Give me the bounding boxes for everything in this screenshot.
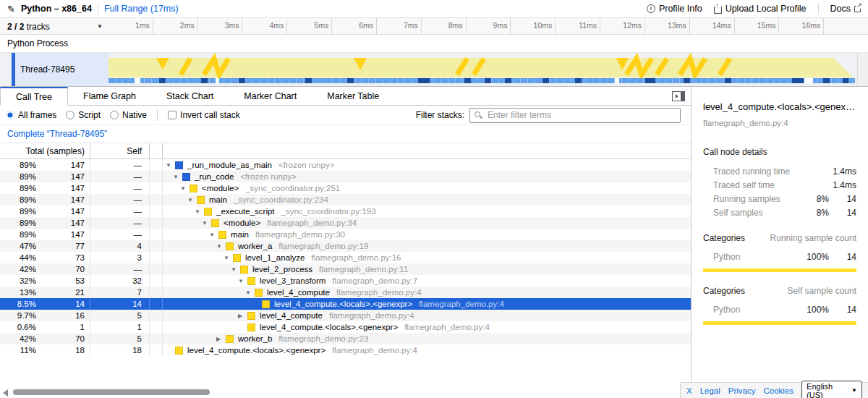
tab-marker-table[interactable]: Marker Table — [312, 87, 394, 105]
category-block: CategoriesRunning sample countPython100%… — [703, 233, 856, 272]
radio-option-native[interactable]: Native — [110, 110, 147, 120]
radio-icon[interactable] — [6, 111, 14, 119]
process-track-header[interactable]: Python Process — [0, 35, 868, 53]
thread-track[interactable]: Thread-78495 — [0, 53, 868, 86]
call-tree-row[interactable]: 42%705▶worker_bflamegraph_demo.py:23 — [0, 333, 691, 344]
breadcrumb[interactable]: Complete “Thread-78495” — [7, 129, 107, 139]
docs-button[interactable]: Docs — [830, 4, 861, 14]
tab-call-tree[interactable]: Call Tree — [0, 87, 68, 106]
dismiss-link[interactable]: X — [686, 386, 692, 395]
category-percent: 100% — [799, 252, 829, 262]
radio-option-script[interactable]: Script — [66, 110, 101, 120]
call-tree-row[interactable]: 89%147—▼_execute_script_sync_coordinator… — [0, 206, 691, 217]
call-tree: 89%147—▼_run_module_as_main<frozen runpy… — [0, 159, 691, 398]
full-range-button[interactable]: Full Range (17ms) — [104, 4, 179, 14]
time-tick-label: 7ms — [377, 18, 422, 35]
filter-input[interactable] — [469, 108, 681, 123]
main-area: Call TreeFlame GraphStack ChartMarker Ch… — [0, 87, 868, 398]
name-cell: ▼level_1_analyzeflamegraph_demo.py:16 — [163, 252, 691, 263]
top-bar: ✎ Python – x86_64 Full Range (17ms) i Pr… — [0, 0, 868, 18]
triangle-down-icon[interactable]: ▼ — [231, 266, 240, 273]
triangle-down-icon[interactable]: ▼ — [180, 185, 190, 192]
triangle-down-icon[interactable]: ▼ — [166, 162, 175, 169]
category-color-bar — [703, 321, 856, 325]
call-tree-row[interactable]: 42%70—▼level_2_processflamegraph_demo.py… — [0, 263, 691, 275]
tab-marker-chart[interactable]: Marker Chart — [229, 87, 312, 105]
profile-info-button[interactable]: i Profile Info — [647, 4, 702, 14]
track-scrollbar[interactable] — [857, 53, 868, 86]
footer-link-privacy[interactable]: Privacy — [728, 386, 756, 395]
samples-strip — [109, 78, 855, 83]
call-tree-row[interactable]: 47%774▼worker_aflamegraph_demo.py:19 — [0, 240, 691, 252]
call-tree-row[interactable]: 13%217▼level_4_computeflamegraph_demo.py… — [0, 287, 691, 298]
language-select[interactable]: English (US) ▼ — [801, 381, 862, 398]
footer-link-legal[interactable]: Legal — [700, 386, 720, 395]
category-row: Python100%14 — [703, 302, 856, 316]
open-sidebar-icon[interactable] — [672, 91, 685, 101]
source-location: flamegraph_demo.py:4 — [329, 311, 414, 320]
call-tree-row[interactable]: 32%5332▼level_3_transformflamegraph_demo… — [0, 275, 691, 287]
total-percent: 47% — [0, 242, 40, 250]
footer-link-cookies[interactable]: Cookies — [764, 386, 794, 395]
tracks-dropdown[interactable]: 2 / 2 tracks ▼ — [7, 18, 50, 35]
thread-track-label[interactable]: Thread-78495 — [15, 53, 109, 86]
tab-stack-chart[interactable]: Stack Chart — [151, 87, 229, 105]
column-header-total[interactable]: Total (samples) — [0, 143, 90, 158]
scrollbar-thumb[interactable] — [13, 389, 210, 395]
detail-label: Self samples — [703, 208, 799, 218]
total-samples: 147 — [40, 217, 90, 229]
function-name: level_2_process — [252, 265, 312, 274]
time-tick-label: 13ms — [645, 18, 690, 35]
call-tree-row[interactable]: 89%147—▼_run_code<frozen runpy> — [0, 171, 691, 182]
triangle-down-icon[interactable]: ▼ — [187, 197, 197, 203]
function-name: level_3_transform — [260, 276, 326, 285]
function-name: worker_a — [238, 242, 272, 250]
time-tick-label: 10ms — [511, 18, 556, 35]
triangle-down-icon[interactable]: ▼ — [216, 243, 226, 250]
upload-profile-button[interactable]: Upload Local Profile — [714, 4, 807, 14]
thread-activity-graph[interactable] — [109, 53, 857, 86]
call-tree-row[interactable]: 8.5%1414level_4_compute.<locals>.<genexp… — [0, 298, 691, 310]
invert-call-stack-checkbox[interactable] — [168, 111, 176, 119]
call-tree-row[interactable]: 11%1818level_4_compute.<locals>.<genexpr… — [0, 344, 691, 356]
triangle-down-icon[interactable]: ▼ — [238, 278, 247, 284]
triangle-down-icon[interactable]: ▼ — [209, 232, 218, 238]
arrow-left-icon[interactable] — [3, 389, 8, 397]
profile-name: Python – x86_64 — [21, 4, 92, 14]
horizontal-scrollbar[interactable] — [0, 389, 691, 396]
triangle-right-icon[interactable]: ▶ — [216, 336, 226, 342]
triangle-down-icon[interactable]: ▼ — [173, 174, 182, 180]
triangle-down-icon[interactable]: ▼ — [245, 289, 255, 296]
category-name: Python — [703, 252, 799, 262]
radio-icon[interactable] — [66, 111, 75, 119]
self-samples: 32 — [90, 275, 150, 287]
triangle-right-icon[interactable]: ▶ — [238, 313, 247, 319]
triangle-down-icon[interactable]: ▼ — [224, 255, 233, 261]
radio-icon[interactable] — [110, 111, 119, 119]
breadcrumb-row: Complete “Thread-78495” — [0, 125, 691, 143]
call-tree-row[interactable]: 0.6%11level_4_compute.<locals>.<genexpr>… — [0, 321, 691, 333]
invert-call-stack-option[interactable]: Invert call stack — [168, 110, 240, 120]
triangle-down-icon[interactable]: ▼ — [202, 220, 211, 226]
category-color-icon — [182, 173, 190, 181]
tab-flame-graph[interactable]: Flame Graph — [68, 87, 151, 105]
call-tree-row[interactable]: 89%147—▼<module>_sync_coordinator.py:251 — [0, 182, 691, 194]
call-tree-row[interactable]: 9.7%165▶level_4_computeflamegraph_demo.p… — [0, 310, 691, 321]
pencil-icon[interactable]: ✎ — [7, 4, 15, 14]
function-name: main — [209, 195, 227, 204]
call-tree-row[interactable]: 89%147—▼main_sync_coordinator.py:234 — [0, 194, 691, 206]
source-location: <frozen runpy> — [278, 161, 334, 169]
call-tree-row[interactable]: 44%733▼level_1_analyzeflamegraph_demo.py… — [0, 252, 691, 263]
call-tree-row[interactable]: 89%147—▼mainflamegraph_demo.py:30 — [0, 229, 691, 240]
call-tree-row[interactable]: 89%147—▼_run_module_as_main<frozen runpy… — [0, 159, 691, 171]
triangle-down-icon[interactable]: ▼ — [195, 208, 204, 215]
source-location: flamegraph_demo.py:30 — [255, 230, 345, 239]
call-tree-row[interactable]: 89%147—▼<module>flamegraph_demo.py:34 — [0, 217, 691, 229]
firefox-profiler-window: ✎ Python – x86_64 Full Range (17ms) i Pr… — [0, 0, 868, 398]
total-samples: 73 — [40, 252, 90, 263]
self-samples: — — [90, 159, 150, 171]
radio-label: Script — [78, 110, 101, 120]
total-percent: 42% — [0, 334, 40, 343]
radio-option-all-frames[interactable]: All frames — [6, 110, 56, 120]
column-header-self[interactable]: Self — [90, 143, 150, 158]
